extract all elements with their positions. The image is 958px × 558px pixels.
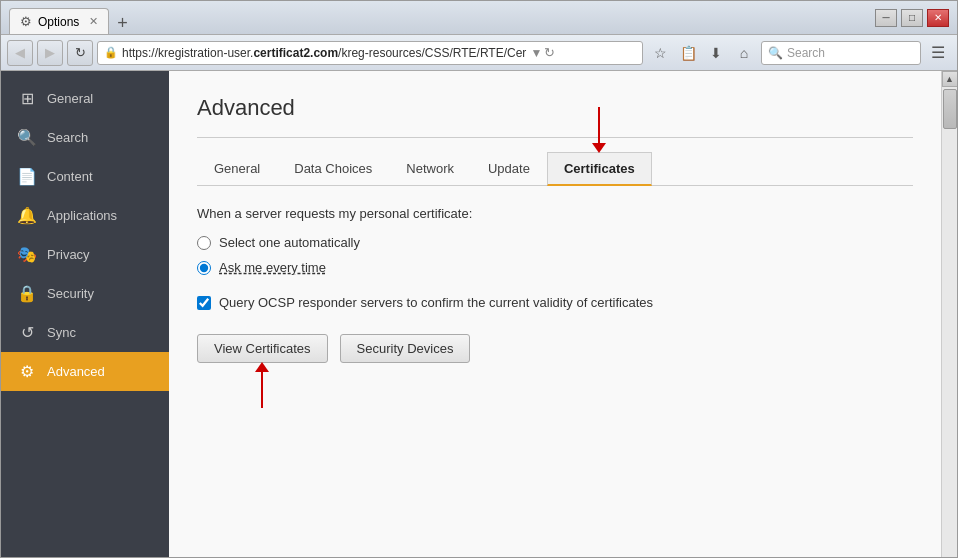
browser-window: ⚙ Options ✕ + ─ □ ✕ ◀ ▶ ↻ 🔒 https://kreg… xyxy=(0,0,958,558)
radio-ask-label[interactable]: Ask me every time xyxy=(197,260,913,275)
radio-ask-text: Ask me every time xyxy=(219,260,326,275)
url-domain: certificat2.com xyxy=(253,46,338,60)
security-devices-button[interactable]: Security Devices xyxy=(340,334,471,363)
applications-icon: 🔔 xyxy=(17,206,37,225)
close-button[interactable]: ✕ xyxy=(927,9,949,27)
tab-bar: ⚙ Options ✕ + xyxy=(9,1,875,34)
button-row: View Certificates Security Devices xyxy=(197,334,913,363)
refresh-button[interactable]: ↻ xyxy=(67,40,93,66)
bookmark-star-button[interactable]: ☆ xyxy=(647,40,673,66)
main-area: ⊞ General 🔍 Search 📄 Content 🔔 Applicati… xyxy=(1,71,957,557)
ocsp-checkbox[interactable] xyxy=(197,296,211,310)
menu-button[interactable]: ☰ xyxy=(925,40,951,66)
radio-auto-label[interactable]: Select one automatically xyxy=(197,235,913,250)
gear-icon: ⚙ xyxy=(20,14,32,29)
certificates-content: When a server requests my personal certi… xyxy=(197,206,913,363)
url-suffix: /kreg-resources/CSS/RTE/RTE/Cer xyxy=(338,46,526,60)
url-bar[interactable]: 🔒 https://kregistration-user.certificat2… xyxy=(97,41,643,65)
ocsp-checkbox-label[interactable]: Query OCSP responder servers to confirm … xyxy=(197,295,777,310)
home-button[interactable]: ⌂ xyxy=(731,40,757,66)
tabs-bar: General Data Choices Network Update Cert… xyxy=(197,152,913,186)
radio-auto-text: Select one automatically xyxy=(219,235,360,250)
forward-button[interactable]: ▶ xyxy=(37,40,63,66)
sidebar-item-sync[interactable]: ↺ Sync xyxy=(1,313,169,352)
sidebar-item-privacy[interactable]: 🎭 Privacy xyxy=(1,235,169,274)
title-bar: ⚙ Options ✕ + ─ □ ✕ xyxy=(1,1,957,35)
window-controls: ─ □ ✕ xyxy=(875,9,949,27)
sidebar-item-search[interactable]: 🔍 Search xyxy=(1,118,169,157)
cert-section-label: When a server requests my personal certi… xyxy=(197,206,913,221)
sidebar-label-general: General xyxy=(47,91,93,106)
search-icon: 🔍 xyxy=(768,46,783,60)
scrollbar: ▲ xyxy=(941,71,957,557)
sidebar-item-applications[interactable]: 🔔 Applications xyxy=(1,196,169,235)
sync-icon: ↺ xyxy=(17,323,37,342)
page-title: Advanced xyxy=(197,95,913,121)
bookmark-list-button[interactable]: 📋 xyxy=(675,40,701,66)
arrow-up-view-certs xyxy=(255,362,269,408)
maximize-button[interactable]: □ xyxy=(901,9,923,27)
privacy-icon: 🎭 xyxy=(17,245,37,264)
nav-bar: ◀ ▶ ↻ 🔒 https://kregistration-user.certi… xyxy=(1,35,957,71)
view-certificates-button[interactable]: View Certificates xyxy=(197,334,328,363)
sidebar-label-content: Content xyxy=(47,169,93,184)
back-button[interactable]: ◀ xyxy=(7,40,33,66)
sidebar: ⊞ General 🔍 Search 📄 Content 🔔 Applicati… xyxy=(1,71,169,557)
url-reload-icon: ↻ xyxy=(544,45,555,60)
search-bar[interactable]: 🔍 Search xyxy=(761,41,921,65)
options-tab[interactable]: ⚙ Options ✕ xyxy=(9,8,109,34)
url-prefix: https://kregistration-user. xyxy=(122,46,253,60)
sidebar-label-privacy: Privacy xyxy=(47,247,90,262)
minimize-button[interactable]: ─ xyxy=(875,9,897,27)
sidebar-label-advanced: Advanced xyxy=(47,364,105,379)
tab-general[interactable]: General xyxy=(197,152,277,186)
sidebar-item-general[interactable]: ⊞ General xyxy=(1,79,169,118)
new-tab-button[interactable]: + xyxy=(109,13,136,34)
scrollbar-up-button[interactable]: ▲ xyxy=(942,71,958,87)
sidebar-label-sync: Sync xyxy=(47,325,76,340)
tab-data-choices[interactable]: Data Choices xyxy=(277,152,389,186)
radio-auto[interactable] xyxy=(197,236,211,250)
radio-ask[interactable] xyxy=(197,261,211,275)
nav-right-buttons: ☆ 📋 ⬇ ⌂ xyxy=(647,40,757,66)
download-button[interactable]: ⬇ xyxy=(703,40,729,66)
search-sidebar-icon: 🔍 xyxy=(17,128,37,147)
sidebar-label-search: Search xyxy=(47,130,88,145)
general-icon: ⊞ xyxy=(17,89,37,108)
sidebar-item-advanced[interactable]: ⚙ Advanced xyxy=(1,352,169,391)
tab-certificates[interactable]: Certificates xyxy=(547,152,652,186)
content-panel: Advanced General Data Choices Network Up… xyxy=(169,71,941,557)
sidebar-label-applications: Applications xyxy=(47,208,117,223)
arrow-down-certificates xyxy=(592,107,606,153)
tab-network[interactable]: Network xyxy=(389,152,471,186)
tab-close-button[interactable]: ✕ xyxy=(89,15,98,28)
tab-update[interactable]: Update xyxy=(471,152,547,186)
radio-group: Select one automatically Ask me every ti… xyxy=(197,235,913,275)
sidebar-label-security: Security xyxy=(47,286,94,301)
content-icon: 📄 xyxy=(17,167,37,186)
security-icon: 🔒 xyxy=(17,284,37,303)
url-refresh-icon: ▼ xyxy=(530,46,542,60)
scrollbar-thumb[interactable] xyxy=(943,89,957,129)
advanced-icon: ⚙ xyxy=(17,362,37,381)
sidebar-item-security[interactable]: 🔒 Security xyxy=(1,274,169,313)
tab-label: Options xyxy=(38,15,79,29)
sidebar-item-content[interactable]: 📄 Content xyxy=(1,157,169,196)
search-placeholder: Search xyxy=(787,46,825,60)
ocsp-label-text: Query OCSP responder servers to confirm … xyxy=(219,295,653,310)
lock-icon: 🔒 xyxy=(104,46,118,59)
